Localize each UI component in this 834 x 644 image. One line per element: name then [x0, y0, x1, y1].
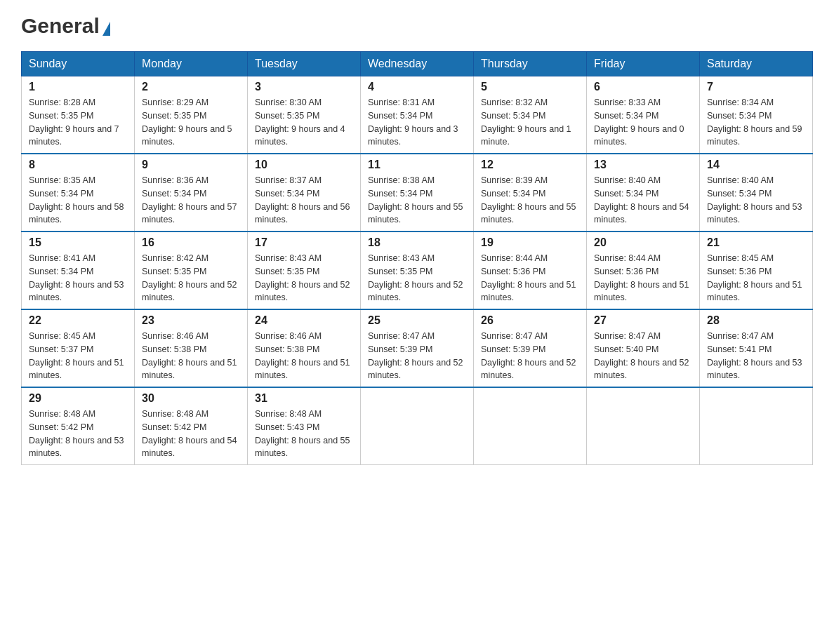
header-sunday: Sunday: [22, 52, 135, 76]
day-number: 26: [481, 314, 579, 327]
day-number: 15: [29, 236, 127, 249]
day-info: Sunrise: 8:46 AM Sunset: 5:38 PM Dayligh…: [255, 330, 353, 382]
day-number: 25: [368, 314, 466, 327]
day-number: 6: [594, 81, 692, 93]
day-info: Sunrise: 8:46 AM Sunset: 5:38 PM Dayligh…: [142, 330, 240, 382]
calendar-cell: 9 Sunrise: 8:36 AM Sunset: 5:34 PM Dayli…: [135, 154, 248, 232]
calendar-cell: [700, 387, 813, 465]
day-number: 10: [255, 159, 353, 171]
calendar-cell: 28 Sunrise: 8:47 AM Sunset: 5:41 PM Dayl…: [700, 309, 813, 387]
day-info: Sunrise: 8:42 AM Sunset: 5:35 PM Dayligh…: [142, 252, 240, 304]
calendar-cell: 12 Sunrise: 8:39 AM Sunset: 5:34 PM Dayl…: [474, 154, 587, 232]
calendar-cell: 7 Sunrise: 8:34 AM Sunset: 5:34 PM Dayli…: [700, 76, 813, 154]
day-number: 20: [594, 236, 692, 249]
calendar-cell: 26 Sunrise: 8:47 AM Sunset: 5:39 PM Dayl…: [474, 309, 587, 387]
day-number: 16: [142, 236, 240, 249]
day-info: Sunrise: 8:32 AM Sunset: 5:34 PM Dayligh…: [481, 96, 579, 149]
day-info: Sunrise: 8:33 AM Sunset: 5:34 PM Dayligh…: [594, 96, 692, 149]
calendar-cell: 5 Sunrise: 8:32 AM Sunset: 5:34 PM Dayli…: [474, 76, 587, 154]
day-info: Sunrise: 8:30 AM Sunset: 5:35 PM Dayligh…: [255, 96, 353, 149]
day-number: 1: [29, 81, 127, 93]
day-number: 27: [594, 314, 692, 327]
calendar-cell: 6 Sunrise: 8:33 AM Sunset: 5:34 PM Dayli…: [587, 76, 700, 154]
day-number: 31: [255, 392, 353, 405]
calendar-cell: 27 Sunrise: 8:47 AM Sunset: 5:40 PM Dayl…: [587, 309, 700, 387]
calendar-cell: 30 Sunrise: 8:48 AM Sunset: 5:42 PM Dayl…: [135, 387, 248, 465]
header-saturday: Saturday: [700, 52, 813, 76]
day-info: Sunrise: 8:37 AM Sunset: 5:34 PM Dayligh…: [255, 174, 353, 227]
day-info: Sunrise: 8:35 AM Sunset: 5:34 PM Dayligh…: [29, 174, 127, 227]
calendar-cell: 22 Sunrise: 8:45 AM Sunset: 5:37 PM Dayl…: [22, 309, 135, 387]
calendar-cell: [474, 387, 587, 465]
day-number: 5: [481, 81, 579, 93]
calendar-week-row: 15 Sunrise: 8:41 AM Sunset: 5:34 PM Dayl…: [22, 232, 813, 309]
day-number: 29: [29, 392, 127, 405]
day-number: 4: [368, 81, 466, 93]
calendar-cell: 17 Sunrise: 8:43 AM Sunset: 5:35 PM Dayl…: [248, 232, 361, 309]
calendar-cell: 2 Sunrise: 8:29 AM Sunset: 5:35 PM Dayli…: [135, 76, 248, 154]
header-monday: Monday: [135, 52, 248, 76]
day-info: Sunrise: 8:43 AM Sunset: 5:35 PM Dayligh…: [255, 252, 353, 304]
day-number: 22: [29, 314, 127, 327]
day-info: Sunrise: 8:40 AM Sunset: 5:34 PM Dayligh…: [707, 174, 805, 227]
calendar-cell: 21 Sunrise: 8:45 AM Sunset: 5:36 PM Dayl…: [700, 232, 813, 309]
day-number: 18: [368, 236, 466, 249]
calendar-cell: 11 Sunrise: 8:38 AM Sunset: 5:34 PM Dayl…: [361, 154, 474, 232]
header-friday: Friday: [587, 52, 700, 76]
page-header: General: [21, 14, 813, 37]
day-number: 13: [594, 159, 692, 171]
day-info: Sunrise: 8:34 AM Sunset: 5:34 PM Dayligh…: [707, 96, 805, 149]
calendar-cell: 10 Sunrise: 8:37 AM Sunset: 5:34 PM Dayl…: [248, 154, 361, 232]
calendar-cell: 18 Sunrise: 8:43 AM Sunset: 5:35 PM Dayl…: [361, 232, 474, 309]
logo: General: [21, 14, 110, 37]
calendar-cell: 1 Sunrise: 8:28 AM Sunset: 5:35 PM Dayli…: [22, 76, 135, 154]
calendar-cell: 31 Sunrise: 8:48 AM Sunset: 5:43 PM Dayl…: [248, 387, 361, 465]
day-info: Sunrise: 8:48 AM Sunset: 5:43 PM Dayligh…: [255, 408, 353, 460]
day-info: Sunrise: 8:45 AM Sunset: 5:37 PM Dayligh…: [29, 330, 127, 382]
day-info: Sunrise: 8:47 AM Sunset: 5:39 PM Dayligh…: [368, 330, 466, 382]
calendar-week-row: 22 Sunrise: 8:45 AM Sunset: 5:37 PM Dayl…: [22, 309, 813, 387]
day-info: Sunrise: 8:41 AM Sunset: 5:34 PM Dayligh…: [29, 252, 127, 304]
day-number: 8: [29, 159, 127, 171]
day-info: Sunrise: 8:36 AM Sunset: 5:34 PM Dayligh…: [142, 174, 240, 227]
day-info: Sunrise: 8:47 AM Sunset: 5:41 PM Dayligh…: [707, 330, 805, 382]
calendar-week-row: 1 Sunrise: 8:28 AM Sunset: 5:35 PM Dayli…: [22, 76, 813, 154]
day-number: 28: [707, 314, 805, 327]
day-info: Sunrise: 8:45 AM Sunset: 5:36 PM Dayligh…: [707, 252, 805, 304]
calendar-week-row: 8 Sunrise: 8:35 AM Sunset: 5:34 PM Dayli…: [22, 154, 813, 232]
calendar-cell: 16 Sunrise: 8:42 AM Sunset: 5:35 PM Dayl…: [135, 232, 248, 309]
day-info: Sunrise: 8:43 AM Sunset: 5:35 PM Dayligh…: [368, 252, 466, 304]
calendar-cell: 4 Sunrise: 8:31 AM Sunset: 5:34 PM Dayli…: [361, 76, 474, 154]
day-number: 9: [142, 159, 240, 171]
day-number: 12: [481, 159, 579, 171]
logo-general-text: General: [21, 14, 100, 37]
calendar-header-row: SundayMondayTuesdayWednesdayThursdayFrid…: [22, 52, 813, 76]
calendar-cell: 29 Sunrise: 8:48 AM Sunset: 5:42 PM Dayl…: [22, 387, 135, 465]
day-number: 17: [255, 236, 353, 249]
calendar-cell: 20 Sunrise: 8:44 AM Sunset: 5:36 PM Dayl…: [587, 232, 700, 309]
calendar-week-row: 29 Sunrise: 8:48 AM Sunset: 5:42 PM Dayl…: [22, 387, 813, 465]
day-info: Sunrise: 8:38 AM Sunset: 5:34 PM Dayligh…: [368, 174, 466, 227]
calendar-cell: 13 Sunrise: 8:40 AM Sunset: 5:34 PM Dayl…: [587, 154, 700, 232]
header-tuesday: Tuesday: [248, 52, 361, 76]
day-info: Sunrise: 8:28 AM Sunset: 5:35 PM Dayligh…: [29, 96, 127, 149]
day-number: 11: [368, 159, 466, 171]
day-number: 30: [142, 392, 240, 405]
day-number: 23: [142, 314, 240, 327]
calendar-cell: 19 Sunrise: 8:44 AM Sunset: 5:36 PM Dayl…: [474, 232, 587, 309]
day-info: Sunrise: 8:47 AM Sunset: 5:39 PM Dayligh…: [481, 330, 579, 382]
day-number: 2: [142, 81, 240, 93]
calendar-cell: 23 Sunrise: 8:46 AM Sunset: 5:38 PM Dayl…: [135, 309, 248, 387]
header-wednesday: Wednesday: [361, 52, 474, 76]
day-info: Sunrise: 8:29 AM Sunset: 5:35 PM Dayligh…: [142, 96, 240, 149]
day-info: Sunrise: 8:48 AM Sunset: 5:42 PM Dayligh…: [29, 408, 127, 460]
calendar-cell: 25 Sunrise: 8:47 AM Sunset: 5:39 PM Dayl…: [361, 309, 474, 387]
day-info: Sunrise: 8:40 AM Sunset: 5:34 PM Dayligh…: [594, 174, 692, 227]
day-info: Sunrise: 8:48 AM Sunset: 5:42 PM Dayligh…: [142, 408, 240, 460]
day-info: Sunrise: 8:31 AM Sunset: 5:34 PM Dayligh…: [368, 96, 466, 149]
day-number: 14: [707, 159, 805, 171]
day-number: 21: [707, 236, 805, 249]
calendar-cell: 14 Sunrise: 8:40 AM Sunset: 5:34 PM Dayl…: [700, 154, 813, 232]
day-info: Sunrise: 8:44 AM Sunset: 5:36 PM Dayligh…: [594, 252, 692, 304]
day-number: 3: [255, 81, 353, 93]
